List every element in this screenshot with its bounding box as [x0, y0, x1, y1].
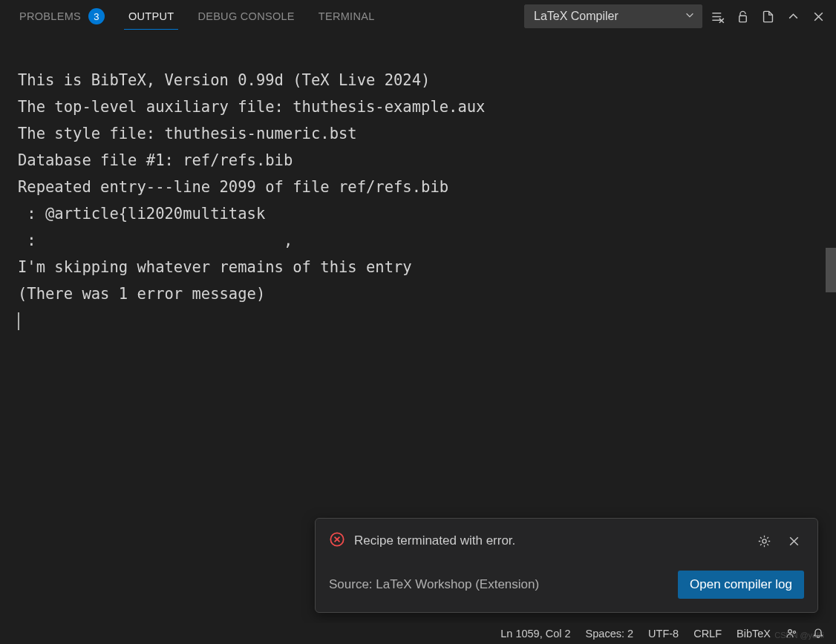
text-cursor [18, 312, 19, 330]
tab-output[interactable]: OUTPUT [117, 3, 186, 30]
tab-terminal[interactable]: TERMINAL [307, 3, 387, 30]
status-cursor-position[interactable]: Ln 1059, Col 2 [500, 628, 570, 640]
svg-point-11 [762, 539, 765, 542]
tab-label: TERMINAL [319, 10, 375, 22]
status-language-mode[interactable]: BibTeX [737, 628, 771, 640]
status-notifications-icon[interactable] [812, 628, 824, 640]
svg-point-15 [794, 631, 796, 634]
clear-output-button[interactable] [707, 6, 728, 27]
problems-badge: 3 [88, 8, 105, 24]
notification-source: Source: LaTeX Workshop (Extension) [329, 577, 539, 592]
tab-label: PROBLEMS [19, 10, 81, 22]
notification-toast: Recipe terminated with error. Source: La… [315, 518, 818, 613]
output-line: : , [18, 231, 293, 249]
tab-label: DEBUG CONSOLE [197, 10, 294, 22]
gear-icon[interactable] [754, 530, 774, 551]
error-icon [329, 531, 345, 551]
status-encoding[interactable]: UTF-8 [648, 628, 679, 640]
output-content[interactable]: This is BibTeX, Version 0.99d (TeX Live … [0, 33, 836, 341]
scrollbar-track[interactable] [826, 33, 836, 623]
output-line: Repeated entry---line 2099 of file ref/r… [18, 178, 448, 196]
open-compiler-log-button[interactable]: Open compiler log [678, 571, 804, 599]
panel-actions: LaTeX Compiler [524, 4, 829, 28]
output-line: Database file #1: ref/refs.bib [18, 151, 293, 169]
notification-icon-actions [754, 530, 804, 551]
maximize-panel-button[interactable] [783, 6, 803, 27]
scrollbar-thumb[interactable] [826, 248, 836, 292]
output-channel-select[interactable]: LaTeX Compiler [524, 4, 702, 28]
output-line: I'm skipping whatever remains of this en… [18, 258, 412, 276]
output-line: The style file: thuthesis-numeric.bst [18, 125, 357, 142]
output-line: (There was 1 error message) [18, 285, 265, 303]
output-line: : @article{li2020multitask [18, 205, 265, 223]
scroll-lock-button[interactable] [732, 6, 753, 27]
svg-point-14 [788, 630, 792, 634]
close-icon[interactable] [783, 530, 804, 551]
output-line: The top-level auxiliary file: thuthesis-… [18, 98, 485, 116]
close-panel-button[interactable] [808, 6, 829, 27]
output-channel-select-wrap: LaTeX Compiler [524, 4, 702, 28]
output-line: This is BibTeX, Version 0.99d (TeX Live … [18, 71, 430, 89]
tab-problems[interactable]: PROBLEMS 3 [7, 1, 117, 32]
status-feedback-icon[interactable] [786, 628, 797, 640]
tab-debug-console[interactable]: DEBUG CONSOLE [186, 3, 306, 30]
tab-label: OUTPUT [128, 10, 174, 22]
svg-rect-5 [739, 16, 746, 22]
status-eol[interactable]: CRLF [693, 628, 722, 640]
status-bar: Ln 1059, Col 2 Spaces: 2 UTF-8 CRLF BibT… [0, 623, 836, 644]
panel-tabs: PROBLEMS 3 OUTPUT DEBUG CONSOLE TERMINAL [7, 1, 387, 32]
status-indentation[interactable]: Spaces: 2 [586, 628, 634, 640]
notification-header: Recipe terminated with error. [329, 530, 804, 551]
select-value: LaTeX Compiler [534, 10, 618, 23]
panel-header: PROBLEMS 3 OUTPUT DEBUG CONSOLE TERMINAL… [0, 0, 836, 33]
notification-message: Recipe terminated with error. [354, 533, 745, 548]
notification-body: Source: LaTeX Workshop (Extension) Open … [329, 571, 804, 599]
open-log-file-button[interactable] [757, 6, 778, 27]
